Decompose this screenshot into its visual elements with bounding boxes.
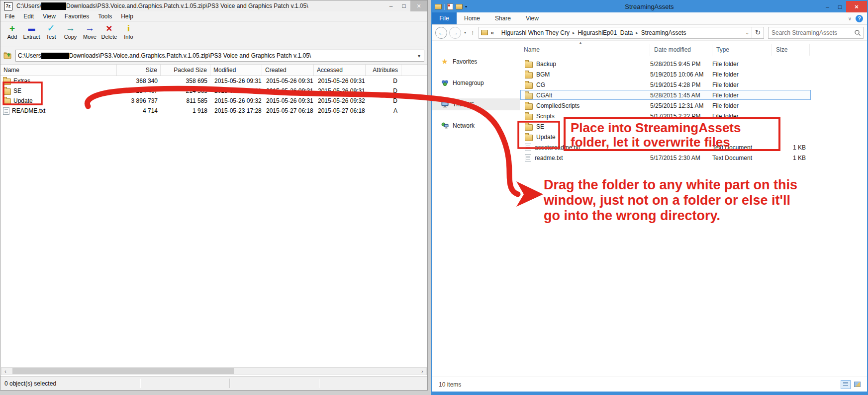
info-button[interactable]: iInfo — [119, 23, 138, 40]
column-header-name[interactable]: Name — [0, 65, 117, 76]
sevenzip-status-bar: 0 object(s) selected — [0, 376, 427, 390]
address-dropdown-icon[interactable]: ▾ — [416, 53, 422, 59]
move-button[interactable]: →Move — [80, 23, 99, 40]
list-item-compiledscripts[interactable]: CompiledScripts 5/25/2015 12:31 AM File … — [520, 100, 867, 111]
file-date: 5/17/2015 2:22 PM — [650, 113, 712, 120]
address-dropdown-icon[interactable]: ⌄ — [743, 30, 752, 35]
breadcrumb-item[interactable]: StreamingAssets — [641, 29, 686, 36]
recent-locations-icon[interactable]: ▾ — [463, 30, 467, 35]
menu-edit[interactable]: Edit — [19, 13, 38, 20]
column-header-modified[interactable]: Modified — [210, 65, 262, 76]
qat-customize-icon[interactable]: ▾ — [465, 4, 467, 9]
folder-icon — [525, 72, 533, 79]
file-date: 5/25/2015 12:31 AM — [650, 102, 712, 109]
sidebar-item-this-pc[interactable]: This PC — [432, 98, 520, 110]
table-row-extras[interactable]: Extras 368 340 358 695 2015-05-26 09:31 … — [0, 76, 427, 86]
column-header-attributes[interactable]: Attributes — [366, 65, 401, 76]
breadcrumb-overflow[interactable]: « — [491, 29, 494, 36]
table-row-se[interactable]: SE 234 467 214 565 2015-05-26 09:31 2015… — [0, 86, 427, 96]
column-header-size[interactable]: Size — [772, 44, 810, 56]
table-row-update[interactable]: Update 3 896 737 811 585 2015-05-26 09:3… — [0, 96, 427, 106]
refresh-icon[interactable]: ↻ — [752, 27, 764, 38]
sidebar-item-network[interactable]: Network — [432, 120, 520, 132]
list-item-scripts[interactable]: Scripts 5/17/2015 2:22 PM File folder — [520, 111, 867, 121]
address-combobox[interactable]: C:\UsersDownloads\PS3.Voice.and.Graphics… — [15, 50, 424, 62]
delete-button[interactable]: ×Delete — [99, 23, 119, 40]
list-item-cg[interactable]: CG 5/19/2015 4:28 PM File folder — [520, 79, 867, 90]
file-type: File folder — [712, 61, 772, 68]
text-file-icon — [525, 144, 531, 151]
sevenzip-file-list: Extras 368 340 358 695 2015-05-26 09:31 … — [0, 76, 427, 367]
list-item-readme[interactable]: readme.txt 5/17/2015 2:30 AM Text Docume… — [520, 153, 867, 163]
up-button[interactable]: ↑ — [469, 29, 477, 36]
extract-button[interactable]: ▬Extract — [22, 23, 41, 40]
breadcrumb-item[interactable]: HigurashiEp01_Data — [578, 29, 633, 36]
maximize-button[interactable]: □ — [397, 0, 410, 11]
list-item-se[interactable]: SE — [520, 121, 867, 132]
star-icon: ★ — [441, 58, 449, 66]
list-item-assetsreadme[interactable]: assetsreadme.txt Text Document 1 KB — [520, 142, 867, 153]
details-view-button[interactable] — [841, 380, 851, 389]
folder-icon — [525, 103, 533, 110]
scroll-right-icon[interactable]: › — [418, 369, 426, 374]
column-header-accessed[interactable]: Accessed — [314, 65, 366, 76]
scrollbar-thumb[interactable] — [12, 368, 234, 374]
close-button[interactable]: × — [846, 1, 867, 12]
tab-view[interactable]: View — [518, 12, 546, 24]
forward-button[interactable]: → — [449, 27, 461, 39]
column-header-packed-size[interactable]: Packed Size — [161, 65, 210, 76]
collapse-ribbon-icon[interactable]: ∨ — [848, 16, 852, 21]
item-count: 10 items — [432, 381, 461, 388]
minimize-button[interactable]: – — [821, 1, 834, 12]
menu-file[interactable]: File — [0, 13, 19, 20]
sidebar-item-favorites[interactable]: ★ Favorites — [432, 56, 520, 68]
thumbnails-view-button[interactable] — [852, 380, 862, 389]
parent-folder-icon[interactable] — [3, 52, 12, 60]
move-label: Move — [83, 34, 96, 40]
tab-file[interactable]: File — [432, 12, 457, 24]
maximize-button[interactable]: □ — [834, 1, 846, 12]
file-type: Text Document — [712, 144, 772, 151]
scroll-left-icon[interactable]: ‹ — [1, 369, 9, 374]
file-name: CG — [536, 81, 545, 88]
help-icon[interactable]: ? — [856, 15, 863, 22]
menu-favorites[interactable]: Favorites — [60, 13, 94, 20]
list-item-cgalt-selected[interactable]: CGAlt 5/28/2015 1:45 AM File folder — [520, 90, 867, 100]
paste-icon[interactable] — [447, 3, 453, 10]
new-folder-icon[interactable] — [456, 4, 463, 9]
tab-share[interactable]: Share — [487, 12, 518, 24]
delete-label: Delete — [101, 34, 117, 40]
file-name: SE — [13, 87, 21, 94]
column-header-type[interactable]: Type — [712, 44, 772, 56]
sidebar-item-label: Homegroup — [453, 79, 484, 86]
file-name: CompiledScripts — [536, 102, 579, 109]
file-attributes: D — [366, 97, 401, 104]
tab-home[interactable]: Home — [457, 12, 487, 24]
table-row-readme[interactable]: README.txt 4 714 1 918 2015-05-23 17:28 … — [0, 106, 427, 116]
column-header-date-modified[interactable]: Date modified — [650, 44, 712, 56]
column-header-name[interactable]: Name — [520, 44, 650, 56]
address-bar[interactable]: « Higurashi When They Cry ▸ HigurashiEp0… — [479, 27, 764, 39]
folder-icon[interactable] — [435, 4, 442, 9]
add-button[interactable]: +Add — [2, 23, 22, 40]
menu-view[interactable]: View — [38, 13, 60, 20]
file-packed-size: 811 585 — [161, 97, 210, 104]
back-button[interactable]: ← — [435, 27, 447, 39]
search-input[interactable] — [769, 29, 854, 36]
test-button[interactable]: ✓Test — [41, 23, 61, 40]
copy-button[interactable]: →Copy — [61, 23, 80, 40]
search-box[interactable] — [768, 27, 864, 39]
breadcrumb-item[interactable]: Higurashi When They Cry — [501, 29, 570, 36]
list-item-backup[interactable]: Backup 5/28/2015 9:45 PM File folder — [520, 59, 867, 69]
list-item-update[interactable]: Update — [520, 132, 867, 142]
horizontal-scrollbar[interactable]: ‹ › — [1, 367, 427, 375]
menu-help[interactable]: Help — [116, 13, 138, 20]
close-button[interactable]: × — [410, 0, 427, 11]
sidebar-item-homegroup[interactable]: Homegroup — [432, 77, 520, 89]
menu-tools[interactable]: Tools — [94, 13, 116, 20]
thumbnails-view-icon — [854, 382, 861, 387]
list-item-bgm[interactable]: BGM 5/19/2015 10:06 AM File folder — [520, 69, 867, 79]
minimize-button[interactable]: – — [385, 0, 397, 11]
column-header-created[interactable]: Created — [262, 65, 314, 76]
column-header-size[interactable]: Size — [117, 65, 161, 76]
